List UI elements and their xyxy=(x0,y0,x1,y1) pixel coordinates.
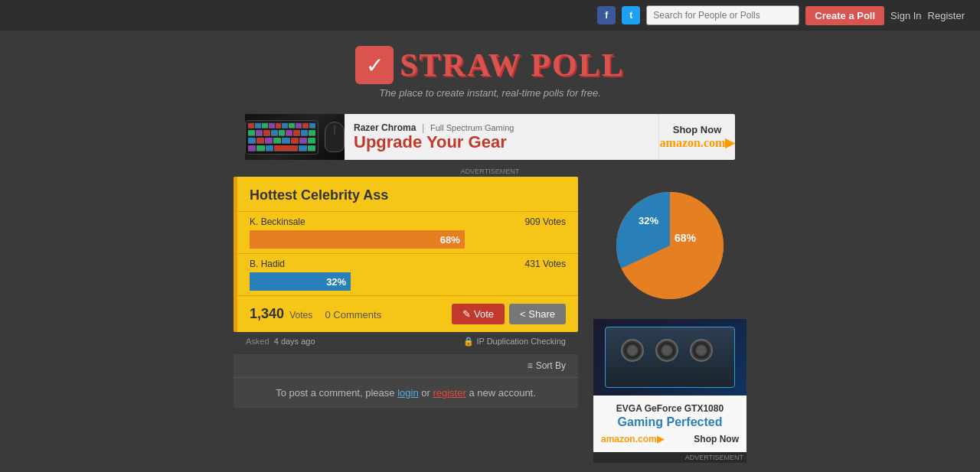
right-ad-image xyxy=(593,319,746,396)
pie-orange-label: 68% xyxy=(675,232,697,244)
option-2-bar: 32% xyxy=(250,272,351,291)
asked-label: Asked 4 days ago xyxy=(246,337,315,347)
right-amazon-logo: amazon.com▶ xyxy=(601,434,664,444)
keyboard-image xyxy=(245,120,318,155)
ad-brand-line: Razer Chroma | Full Spectrum Gaming xyxy=(354,122,649,133)
pie-chart-container: 68% 32% xyxy=(593,177,746,314)
right-ad-headline: Gaming Perfected xyxy=(601,415,739,429)
ad-brand: Razer Chroma xyxy=(354,122,416,133)
sort-bar: ≡ Sort By xyxy=(234,354,578,378)
twitter-button[interactable]: t xyxy=(622,6,640,24)
site-header: ✓ Straw Poll The place to create instant… xyxy=(0,31,980,106)
poll-option-1: K. Beckinsale 909 Votes 68% xyxy=(237,211,578,253)
right-ad-brand: EVGA GeForce GTX1080 xyxy=(601,403,739,414)
poll-wrapper: Hottest Celebrity Ass K. Beckinsale 909 … xyxy=(234,177,578,463)
facebook-button[interactable]: f xyxy=(597,6,616,24)
shop-now-text: Shop Now xyxy=(673,124,722,135)
poll-option-2-header: B. Hadid 431 Votes xyxy=(250,259,566,269)
sort-icon: ≡ xyxy=(528,360,533,371)
asked-time: 4 days ago xyxy=(274,337,315,346)
vote-button[interactable]: ✎ Vote xyxy=(452,304,505,324)
site-footer: Terms of Service Privacy Policy Support … xyxy=(0,463,980,472)
poll-meta: Asked 4 days ago 🔒 IP Duplication Checki… xyxy=(234,332,578,351)
ad-content: Razer Chroma | Full Spectrum Gaming Upgr… xyxy=(345,114,658,160)
total-votes: 1,340 Votes xyxy=(250,308,315,321)
right-ad-content: EVGA GeForce GTX1080 Gaming Perfected am… xyxy=(593,396,746,452)
right-ad-footer: amazon.com▶ Shop Now xyxy=(601,434,739,444)
logo-area: ✓ Straw Poll xyxy=(0,46,980,84)
mouse-image xyxy=(325,122,345,152)
option-1-name: K. Beckinsale xyxy=(250,216,305,227)
poll-option-2: B. Hadid 431 Votes 32% xyxy=(237,253,578,295)
right-ad-label: ADVERTISEMENT xyxy=(593,452,746,463)
logo-tagline: The place to create instant, real-time p… xyxy=(0,87,980,99)
ad-headline: Upgrade Your Gear xyxy=(354,133,649,151)
gpu-fan-3 xyxy=(690,339,713,362)
comment-prompt: To post a comment, please login or regis… xyxy=(234,378,578,408)
gpu-fan-1 xyxy=(621,339,644,362)
option-2-name: B. Hadid xyxy=(250,259,285,269)
logo-check-icon: ✓ xyxy=(355,46,394,84)
poll-footer: 1,340 Votes 0 Comments ✎ Vote < Share xyxy=(237,295,578,332)
ip-check: 🔒 IP Duplication Checking xyxy=(463,337,566,347)
search-input[interactable] xyxy=(646,5,799,25)
login-link[interactable]: login xyxy=(397,387,418,399)
poll-stats: 1,340 Votes 0 Comments xyxy=(250,306,381,322)
ad-banner[interactable]: Razer Chroma | Full Spectrum Gaming Upgr… xyxy=(245,114,735,160)
option-1-votes: 909 Votes xyxy=(525,216,566,227)
gpu-fan-2 xyxy=(655,339,678,362)
ad-label: ADVERTISEMENT xyxy=(245,168,735,175)
signin-link[interactable]: Sign In xyxy=(890,10,921,21)
comments-count: 0 Comments xyxy=(325,309,381,321)
amazon-logo: amazon.com▶ xyxy=(660,135,735,150)
footer-buttons: ✎ Vote < Share xyxy=(452,304,566,324)
ad-separator: | xyxy=(422,122,424,133)
ad-right-section: Shop Now amazon.com▶ xyxy=(658,114,735,160)
top-nav: f t Create a Poll Sign In Register xyxy=(0,0,980,31)
option-1-bar: 68% xyxy=(250,230,465,249)
poll-option-1-header: K. Beckinsale 909 Votes xyxy=(250,216,566,227)
right-shop-now: Shop Now xyxy=(694,434,739,444)
right-sidebar: 68% 32% EVGA GeForce GTX1080 Gaming Perf… xyxy=(593,177,746,463)
logo-text: Straw Poll xyxy=(400,47,624,83)
comments-section: ≡ Sort By To post a comment, please logi… xyxy=(234,354,578,408)
create-poll-button[interactable]: Create a Poll xyxy=(805,6,884,25)
register-comment-link[interactable]: register xyxy=(433,387,466,399)
poll-title: Hottest Celebrity Ass xyxy=(237,177,578,211)
poll-card: Hottest Celebrity Ass K. Beckinsale 909 … xyxy=(234,177,578,332)
main-content: Hottest Celebrity Ass K. Beckinsale 909 … xyxy=(0,177,980,463)
sort-label: Sort By xyxy=(536,360,566,371)
ad-banner-image xyxy=(245,114,345,160)
share-button[interactable]: < Share xyxy=(509,304,566,324)
gpu-image xyxy=(605,327,735,388)
option-1-bar-container: 68% xyxy=(250,230,566,249)
pie-chart: 68% 32% xyxy=(609,184,731,307)
ad-subtitle: Full Spectrum Gaming xyxy=(430,123,514,132)
option-2-bar-container: 32% xyxy=(250,272,566,291)
pie-blue-label: 32% xyxy=(639,215,658,226)
register-link[interactable]: Register xyxy=(928,10,965,21)
right-ad-box[interactable]: EVGA GeForce GTX1080 Gaming Perfected am… xyxy=(593,319,746,463)
option-2-votes: 431 Votes xyxy=(525,259,566,269)
